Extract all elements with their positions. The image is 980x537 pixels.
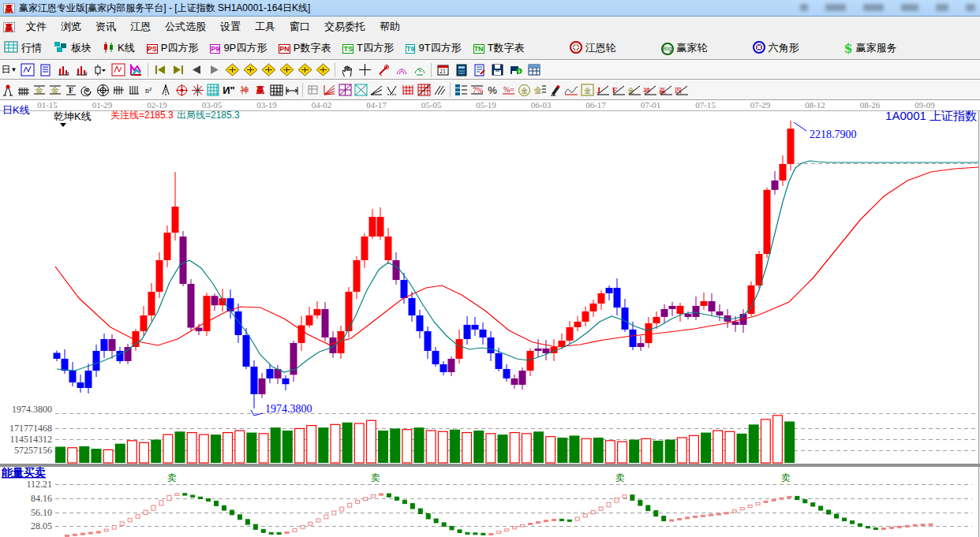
blurred-control-1[interactable] [800, 4, 808, 11]
color-chart-icon[interactable] [127, 62, 145, 78]
tool-purple-icon[interactable] [392, 62, 410, 78]
hash-grid-icon[interactable] [110, 82, 126, 98]
toolbar-9p-square-button[interactable]: P99P四方形 [206, 41, 275, 55]
angle-gold-icon[interactable]: 金 [627, 82, 642, 98]
target-red-icon[interactable] [174, 82, 189, 98]
toolbar-hexagon-button[interactable]: 六角形 [749, 41, 807, 56]
toolbar-quote-table-button[interactable]: 行情 [0, 41, 50, 55]
quote-marks-icon[interactable]: И" [221, 82, 237, 98]
menu-0[interactable]: 文件 [19, 17, 54, 35]
crosshair-icon[interactable] [356, 62, 374, 78]
grid-purple-icon[interactable] [337, 82, 353, 98]
menu-6[interactable]: 工具 [248, 17, 282, 35]
calendar-21-icon[interactable]: 21 [434, 62, 452, 78]
toolbar-9t-square-button[interactable]: T99T四方形 [402, 41, 469, 55]
mirror-angle-icon[interactable] [158, 82, 174, 98]
diamond-vmove-icon[interactable] [314, 62, 332, 78]
grid-red-icon[interactable] [400, 82, 416, 98]
toolbar-p-square-button[interactable]: PSP四方形 [143, 41, 207, 55]
doc-blue-icon[interactable] [36, 62, 54, 78]
angle-lines-icon[interactable] [368, 82, 384, 98]
bars-3-icon[interactable]: 3 [54, 62, 73, 78]
erase-red-icon[interactable] [374, 62, 392, 78]
n-square-icon[interactable]: n² [142, 82, 158, 98]
rays-red-icon[interactable] [321, 82, 337, 98]
nav-prev-icon[interactable] [187, 62, 205, 78]
angle-F-icon[interactable]: F [611, 82, 627, 98]
toolbar-kline-button[interactable]: K线 [99, 41, 143, 56]
comb-lines-icon[interactable] [126, 82, 142, 98]
percent-icon[interactable]: % [484, 82, 500, 98]
toolbar-winner-wheel-button[interactable]: Big赢家轮 [657, 41, 716, 55]
titlebar-blurred-controls[interactable] [800, 4, 975, 11]
blurred-control-4[interactable] [901, 4, 918, 11]
toolbar-t-square-button[interactable]: TST四方形 [339, 41, 401, 55]
tool-green-icon[interactable] [410, 62, 428, 78]
hand-drag-icon[interactable] [338, 62, 356, 78]
candle-dropdown-icon[interactable] [91, 62, 109, 78]
diamond-hmove-icon[interactable] [260, 62, 278, 78]
blurred-control-5[interactable] [936, 4, 948, 11]
ying-red-icon[interactable]: 赢 [252, 82, 268, 98]
toolbar-t-number-table-button[interactable]: TNT数字表 [469, 41, 533, 55]
angle-shen-icon[interactable]: 神 [642, 82, 658, 98]
diamond-right-icon[interactable] [241, 62, 260, 78]
toolbar-winner-service-button[interactable]: $赢家服务 [840, 41, 905, 56]
kline-red-box-icon[interactable] [109, 62, 127, 78]
box-select-icon[interactable] [305, 82, 321, 98]
gann-wheel-mini-icon[interactable] [95, 82, 110, 98]
toolbar-p-number-table-button[interactable]: PNP数字表 [275, 41, 339, 55]
wave-red-icon[interactable] [563, 82, 579, 98]
menu-3[interactable]: 江恩 [123, 17, 158, 35]
angle-si-icon[interactable]: 四 [674, 82, 690, 98]
percent-red-icon[interactable]: %= [500, 82, 516, 98]
toolbar-sector-blocks-button[interactable]: 板块 [50, 41, 99, 55]
period-label[interactable]: 日K线 [2, 104, 30, 116]
zone-box-blue-icon[interactable] [18, 62, 36, 78]
slant-lines-icon[interactable] [432, 82, 447, 98]
blurred-control-3[interactable] [863, 4, 884, 11]
diamond-compress-icon[interactable] [278, 62, 296, 78]
calculator-icon[interactable] [452, 62, 470, 78]
menu-9[interactable]: 帮助 [372, 17, 407, 35]
kline-type-label[interactable]: 乾坤K线 [54, 110, 92, 122]
shen-red-icon[interactable]: 神 [237, 82, 252, 98]
kline-type-dropdown-icon[interactable] [60, 123, 66, 127]
grid-teal-icon[interactable] [353, 82, 368, 98]
spiral-icon[interactable] [79, 82, 95, 98]
nav-last-icon[interactable] [169, 62, 187, 78]
percent-wave-icon[interactable]: 7% [469, 82, 484, 98]
gold-lines-icon[interactable]: 金 [532, 82, 548, 98]
number-grid-icon[interactable]: 123 [268, 82, 284, 98]
menu-4[interactable]: 公式选股 [158, 17, 213, 35]
diamond-left-icon[interactable] [223, 62, 241, 78]
blurred-control-6[interactable] [966, 4, 975, 11]
pane-separator[interactable] [0, 464, 980, 467]
memo-icon[interactable] [470, 62, 488, 78]
gold-circle-icon[interactable]: 金 [516, 82, 532, 98]
bars-9-icon[interactable]: 9 [73, 62, 91, 78]
toolbar-gann-wheel-button[interactable]: 江恩轮 [566, 41, 624, 56]
energy-pane-title[interactable]: 能量买卖 [2, 466, 46, 479]
data-table-icon[interactable] [525, 62, 543, 78]
menu-5[interactable]: 设置 [213, 17, 248, 35]
net-grid-icon[interactable] [205, 82, 221, 98]
gann-compass-icon[interactable] [0, 82, 16, 98]
period-day-dropdown-icon[interactable]: 日▼ [0, 62, 18, 78]
grid-red-2-icon[interactable] [416, 82, 432, 98]
fibonacci-f-icon[interactable]: F [63, 82, 79, 98]
diamond-expand-icon[interactable] [296, 62, 314, 78]
gold-grid-1-icon[interactable]: 金 [32, 82, 47, 98]
menu-7[interactable]: 窗口 [282, 17, 317, 35]
menu-2[interactable]: 资讯 [88, 17, 123, 35]
menu-1[interactable]: 浏览 [54, 17, 88, 35]
save-disk-icon[interactable] [488, 62, 507, 78]
list-settings-icon[interactable] [453, 82, 469, 98]
angle-J-icon[interactable]: J [595, 82, 611, 98]
check-lines-icon[interactable] [384, 82, 400, 98]
menu-8[interactable]: 交易委托 [317, 17, 372, 35]
blurred-control-2[interactable] [825, 4, 846, 11]
gold-box-icon[interactable]: 金 [579, 82, 595, 98]
export-disk-icon[interactable] [507, 62, 525, 78]
star-burst-icon[interactable] [189, 82, 205, 98]
